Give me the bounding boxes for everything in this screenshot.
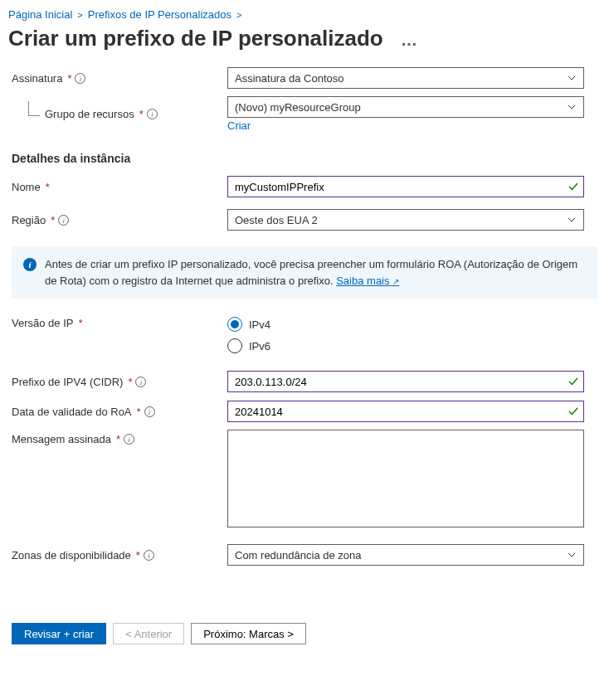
required-marker: * (139, 108, 144, 120)
radio-icon (227, 317, 242, 332)
cidr-input[interactable] (227, 371, 584, 392)
wizard-footer: Revisar + criar < Anterior Próximo: Marc… (0, 615, 609, 656)
required-marker: * (78, 317, 82, 329)
page-title-text: Criar um prefixo de IP personalizado (8, 26, 383, 51)
learn-more-link[interactable]: Saiba mais ↗ (336, 275, 399, 287)
required-marker: * (137, 406, 141, 418)
label-name: Nome * (12, 181, 227, 193)
next-button[interactable]: Próximo: Marcas > (191, 623, 306, 644)
label-ip-version: Versão de IP * (12, 317, 227, 329)
required-marker: * (51, 214, 55, 226)
label-roa-expiry-text: Data de validade do RoA (12, 406, 132, 418)
label-subscription: Assinatura * i (12, 72, 227, 85)
chevron-down-icon (567, 102, 577, 112)
radio-ipv4-label: IPv4 (249, 318, 270, 331)
review-create-button[interactable]: Revisar + criar (12, 623, 106, 644)
label-roa-expiry: Data de validade do RoA * i (12, 406, 227, 418)
chevron-down-icon (567, 550, 577, 560)
label-availability-zones-text: Zonas de disponibilidade (12, 549, 131, 561)
required-marker: * (136, 549, 140, 561)
subscription-select[interactable]: Assinatura da Contoso (227, 67, 584, 89)
resource-group-value: (Novo) myResourceGroup (235, 101, 361, 114)
info-icon[interactable]: i (144, 550, 154, 561)
label-cidr: Prefixo de IPV4 (CIDR) * i (12, 376, 227, 388)
radio-ipv6-label: IPv6 (249, 340, 270, 352)
info-banner: i Antes de criar um prefixo IP personali… (12, 246, 597, 299)
page-title: Criar um prefixo de IP personalizado … (0, 22, 609, 66)
chevron-down-icon (567, 215, 577, 225)
region-select[interactable]: Oeste dos EUA 2 (227, 209, 584, 231)
label-name-text: Nome (12, 181, 41, 193)
region-value: Oeste dos EUA 2 (235, 214, 318, 226)
label-availability-zones: Zonas de disponibilidade * i (12, 549, 227, 561)
tree-connector-icon (28, 101, 40, 116)
check-icon (568, 376, 579, 387)
chevron-down-icon (567, 73, 577, 83)
info-banner-text: Antes de criar um prefixo IP personaliza… (45, 256, 586, 289)
learn-more-text: Saiba mais (336, 275, 389, 287)
required-marker: * (128, 376, 132, 388)
check-icon (568, 181, 579, 192)
chevron-right-icon: > (77, 10, 82, 20)
label-cidr-text: Prefixo de IPV4 (CIDR) (12, 376, 123, 388)
label-signed-message: Mensagem assinada * i (12, 430, 227, 445)
info-icon[interactable]: i (144, 406, 155, 417)
label-ip-version-text: Versão de IP (12, 317, 73, 329)
label-resource-group: Grupo de recursos * i (12, 108, 227, 120)
info-icon[interactable]: i (135, 377, 146, 387)
label-region-text: Região (12, 214, 46, 226)
name-input[interactable] (227, 176, 584, 197)
availability-zones-value: Com redundância de zona (235, 549, 362, 561)
instance-details-header: Detalhes da instância (12, 152, 597, 165)
external-link-icon: ↗ (392, 277, 399, 286)
label-subscription-text: Assinatura (12, 72, 62, 85)
create-new-resource-group-link[interactable]: Criar (227, 119, 251, 132)
check-icon (568, 406, 579, 417)
label-region: Região * i (12, 214, 227, 226)
label-signed-message-text: Mensagem assinada (12, 433, 111, 445)
more-actions-icon[interactable]: … (401, 31, 419, 49)
label-resource-group-text: Grupo de recursos (45, 108, 134, 120)
breadcrumb: Página Inicial > Prefixos de IP Personal… (0, 0, 609, 22)
required-marker: * (46, 181, 50, 193)
chevron-right-icon: > (236, 10, 241, 20)
info-icon[interactable]: i (58, 215, 69, 226)
radio-icon (227, 338, 242, 353)
breadcrumb-prefixes[interactable]: Prefixos de IP Personalizados (88, 8, 231, 21)
info-banner-message: Antes de criar um prefixo IP personaliza… (45, 258, 577, 287)
signed-message-textarea[interactable] (227, 430, 584, 527)
info-icon[interactable]: i (124, 434, 134, 445)
radio-ipv4[interactable]: IPv4 (227, 317, 584, 332)
ip-version-radio-group: IPv4 IPv6 (227, 317, 584, 353)
resource-group-select[interactable]: (Novo) myResourceGroup (227, 96, 584, 118)
breadcrumb-home[interactable]: Página Inicial (8, 8, 72, 21)
roa-expiry-input[interactable] (227, 401, 584, 422)
required-marker: * (67, 72, 71, 85)
required-marker: * (116, 433, 120, 445)
previous-button: < Anterior (113, 623, 184, 644)
info-banner-icon: i (23, 258, 37, 271)
info-icon[interactable]: i (147, 109, 158, 119)
info-icon[interactable]: i (75, 73, 85, 84)
radio-ipv6[interactable]: IPv6 (227, 338, 584, 353)
subscription-value: Assinatura da Contoso (235, 72, 344, 85)
availability-zones-select[interactable]: Com redundância de zona (227, 544, 584, 566)
